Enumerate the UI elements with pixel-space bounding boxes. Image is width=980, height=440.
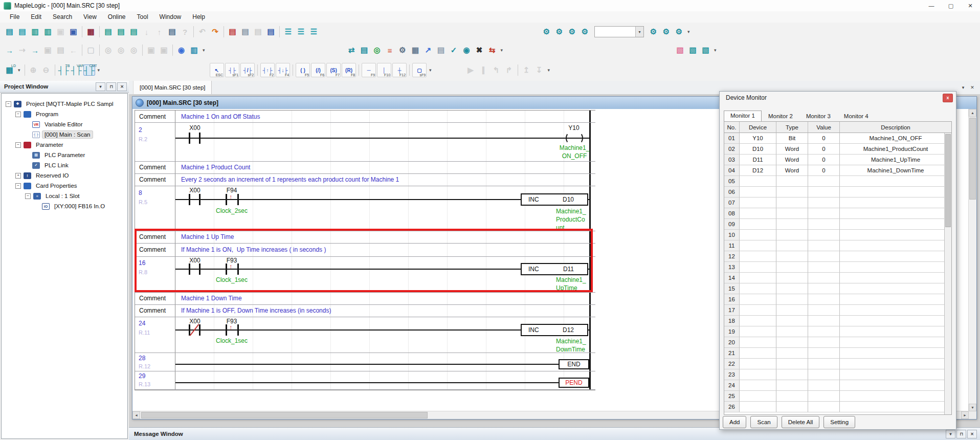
tree-expander-icon[interactable]: + [15, 173, 21, 179]
transfer-icon[interactable]: ⇄ [346, 45, 358, 56]
monitor-row-25[interactable]: 25 [724, 391, 951, 402]
tree-expander-icon[interactable]: − [15, 112, 21, 117]
folder-open-icon[interactable]: ▧ [687, 45, 699, 56]
var-comment-icon[interactable]: ┤├VAR [71, 64, 82, 76]
delete-all-button[interactable]: Delete All [782, 416, 820, 428]
plc-settings2-icon[interactable]: ⚙ [397, 45, 409, 56]
key-f2[interactable]: ┤↑├F2 [260, 63, 275, 77]
output-coil[interactable] [575, 133, 583, 144]
monitor-icon[interactable]: ▥ [188, 45, 200, 56]
menu-search[interactable]: Search [47, 12, 78, 21]
copy-network-icon[interactable]: ▤ [239, 26, 251, 37]
key-f9[interactable]: ─F9 [362, 63, 376, 77]
monitor-row-12[interactable]: 12 [724, 251, 951, 262]
monitor-row-02[interactable]: 02D10Word0Machine1_ProductCount [724, 144, 951, 155]
import-document-icon[interactable]: ▥ [42, 26, 54, 37]
end-instruction[interactable]: END [559, 359, 589, 369]
rising-edge-contact[interactable] [226, 263, 227, 275]
calculator-icon[interactable]: ▦ [410, 45, 421, 56]
chart-icon[interactable]: ↗ [422, 45, 434, 56]
toolbar-dropdown-icon[interactable]: ▾ [499, 48, 505, 53]
rising-edge-contact[interactable] [237, 324, 239, 336]
monitor-row-11[interactable]: 11 [724, 240, 951, 251]
panel-pin-button[interactable]: ⊓ [106, 82, 116, 91]
key-f8[interactable]: (R)F8 [342, 63, 356, 77]
key-f6[interactable]: (/)F6 [311, 63, 325, 77]
insert-line-icon[interactable]: ☰ [282, 26, 294, 37]
menu-window[interactable]: Window [154, 12, 187, 21]
tree-item-local-slot[interactable]: −≡Local : 1 Slot [2, 191, 127, 201]
no-contact[interactable] [189, 194, 190, 205]
no-contact[interactable] [199, 263, 201, 275]
inc-instruction[interactable]: INCD10 [521, 193, 588, 206]
horizontal-scroll-thumb[interactable] [141, 412, 428, 419]
document-tab[interactable]: [000] Main.SRC [30 step] [133, 81, 212, 94]
rising-edge-contact[interactable] [237, 194, 239, 205]
inc-instruction[interactable]: INCD11 [521, 263, 588, 275]
report-icon[interactable]: ▤ [435, 45, 447, 56]
comment-text[interactable]: Every 2 seconds an increment of 1 repres… [176, 173, 595, 186]
verify-icon[interactable]: ◎ [371, 45, 383, 56]
comment-text[interactable]: Machine 1 Down Time [176, 292, 595, 304]
delete-line-icon[interactable]: ☰ [295, 26, 307, 37]
menu-edit[interactable]: Edit [25, 12, 47, 21]
key-f10[interactable]: │F10 [377, 63, 391, 77]
folder-search-icon[interactable]: ▧ [700, 45, 711, 56]
protect-document-icon[interactable]: ▤ [128, 26, 140, 37]
tree-item-reserved-io[interactable]: +!Reserved IO [2, 170, 127, 181]
delete-document-icon[interactable]: ▤ [227, 26, 238, 37]
monitor-row-06[interactable]: 06 [724, 187, 951, 197]
comment-text[interactable]: Machine 1 Product Count [176, 161, 595, 173]
panel-close-button[interactable]: ✕ [117, 82, 127, 91]
plc-run-icon[interactable]: ⚙ [648, 26, 659, 37]
protect-line-icon[interactable]: ☰ [308, 26, 320, 37]
check-program-icon[interactable]: ✓ [448, 45, 460, 56]
key-esc[interactable]: ↖ESC [210, 63, 224, 77]
tree-item-io-card[interactable]: iO[XY:000] FB16 In.O [2, 201, 127, 211]
scroll-right-icon[interactable]: ► [961, 411, 969, 419]
jump-icon[interactable]: → [29, 45, 41, 56]
tree-item-variable-editor[interactable]: VRVariable Editor [2, 119, 127, 129]
delete-network-icon[interactable]: ✖ [474, 45, 485, 56]
comment-text[interactable]: Machine 1 Up Time [176, 231, 595, 243]
ladder-settings-icon[interactable]: ▦LD [4, 64, 15, 76]
device-comment-icon[interactable]: ┤├TB [58, 64, 70, 76]
monitor-row-23[interactable]: 23 [724, 369, 951, 380]
write-program-icon[interactable]: ▤ [359, 45, 370, 56]
monitor-row-20[interactable]: 20 [724, 337, 951, 348]
monitor-row-07[interactable]: 07 [724, 197, 951, 208]
tree-expander-icon[interactable]: − [6, 101, 11, 107]
monitor-row-26[interactable]: 26 [724, 402, 951, 412]
close-button[interactable]: ✕ [961, 0, 980, 11]
device-monitor-scrollbar[interactable] [944, 133, 951, 414]
scan-button[interactable]: Scan [750, 416, 777, 428]
tree-item-project[interactable]: −❖Project [MQTT-Maple PLC Sampl [2, 99, 127, 109]
save-all-icon[interactable]: ▣ [68, 26, 79, 37]
key-f12[interactable]: ┼F12 [392, 63, 407, 77]
rising-edge-contact[interactable] [226, 324, 227, 336]
tab-monitor-2[interactable]: Monitor 2 [762, 111, 799, 121]
no-contact[interactable] [189, 263, 190, 275]
monitor-row-15[interactable]: 15 [724, 283, 951, 294]
vertical-scroll-thumb[interactable] [969, 118, 976, 200]
message-dropdown-button[interactable]: ▾ [946, 430, 955, 438]
toolbar-dropdown-icon[interactable]: ▾ [16, 68, 23, 73]
monitor-row-10[interactable]: 10 [724, 230, 951, 240]
plc-settings-icon[interactable]: ⚙ [673, 26, 685, 37]
toolbar-dropdown-icon[interactable]: ▾ [427, 68, 434, 73]
tab-monitor-3[interactable]: Monitor 3 [799, 111, 837, 121]
monitor-row-01[interactable]: 01Y10Bit0Machine1_ON_OFF [724, 133, 951, 144]
compare-icon[interactable]: ≡ [384, 45, 396, 56]
monitor-row-04[interactable]: 04D12Word0Machine1_DownTime [724, 165, 951, 176]
menu-online[interactable]: Online [102, 12, 131, 21]
tab-monitor-4[interactable]: Monitor 4 [837, 111, 875, 121]
redo-icon[interactable]: ↷ [209, 26, 221, 37]
inc-instruction[interactable]: INCD12 [521, 324, 588, 336]
no-contact[interactable] [189, 133, 190, 144]
monitor-row-18[interactable]: 18 [724, 316, 951, 326]
scroll-down-icon[interactable]: ▼ [969, 404, 976, 411]
monitor-row-08[interactable]: 08 [724, 208, 951, 219]
cmt-comment-icon[interactable]: ┤├CMT [83, 64, 95, 76]
new-project-icon[interactable]: ▤ [4, 26, 15, 37]
message-pin-button[interactable]: ⊓ [956, 430, 966, 438]
